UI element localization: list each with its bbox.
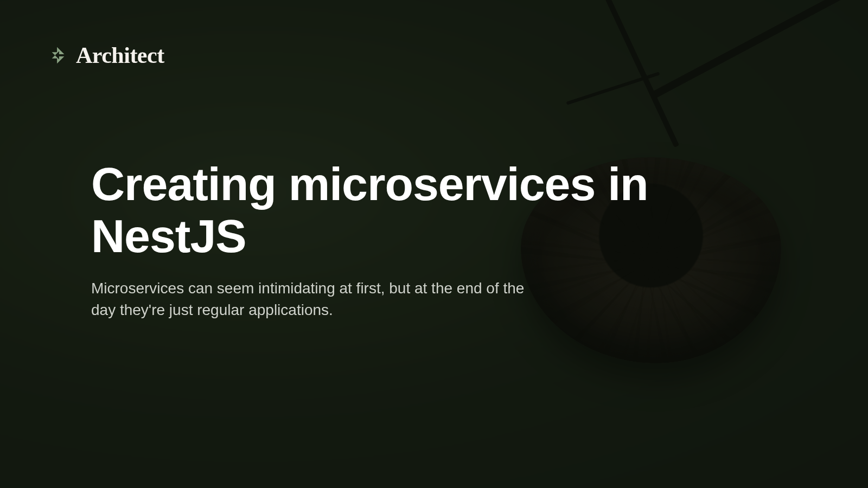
page-title: Creating microservices in NestJS bbox=[91, 158, 688, 262]
architect-logo-icon bbox=[48, 45, 68, 66]
page-subtitle: Microservices can seem intimidating at f… bbox=[91, 278, 541, 322]
brand-name: Architect bbox=[76, 42, 164, 68]
brand-logo: Architect bbox=[48, 42, 820, 68]
hero-section: Creating microservices in NestJS Microse… bbox=[48, 158, 820, 322]
content-container: Architect Creating microservices in Nest… bbox=[0, 0, 868, 488]
